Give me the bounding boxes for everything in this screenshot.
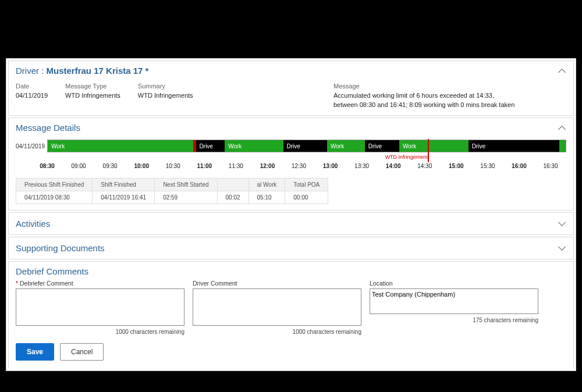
chevron-up-icon[interactable]	[558, 67, 566, 75]
message-line2: between 08:30 and 16:41; 8:09 working wi…	[333, 101, 555, 108]
driver-summary-row: Date 04/11/2019 Message Type WTD Infring…	[9, 80, 573, 115]
timeline-row-date: 04/11/2019	[16, 143, 47, 149]
field-summary: Summary WTD Infringements	[138, 83, 193, 108]
timeline-bar: WorkDriveWorkDriveWorkDriveWorkDriveWTD …	[47, 140, 566, 152]
summary-value: WTD Infringements	[138, 92, 193, 99]
debriefer-comment-label: Debriefer Comment	[16, 280, 184, 287]
time-tick: 14:00	[386, 163, 401, 169]
cancel-button[interactable]: Cancel	[60, 343, 104, 361]
location-remaining: 175 characters remaining	[370, 317, 538, 323]
th-shift-finished: Shift Finished	[93, 179, 155, 191]
location-input[interactable]	[370, 288, 538, 314]
debrief-comments-title: Debrief Comments	[16, 266, 88, 276]
time-tick: 10:30	[166, 163, 180, 169]
timeline-segment-end	[559, 140, 566, 152]
shift-table-header-row: Previous Shift Finished Shift Finished N…	[16, 179, 328, 191]
field-date: Date 04/11/2019	[16, 83, 48, 108]
timeline-segment-drive: Drive	[283, 140, 328, 152]
time-tick: 09:00	[72, 163, 86, 169]
debriefer-comment-input[interactable]	[16, 288, 184, 326]
message-type-label: Message Type	[65, 83, 120, 90]
timeline-segment-drive: Drive	[196, 140, 225, 152]
time-tick: 12:30	[292, 163, 306, 169]
supporting-documents-title: Supporting Documents	[16, 243, 105, 253]
timeline-segment-drive: Drive	[365, 140, 399, 152]
time-tick: 16:30	[543, 163, 558, 169]
time-tick: 08:30	[40, 163, 55, 169]
th-col-a	[217, 179, 249, 191]
chevron-down-icon[interactable]	[558, 220, 566, 228]
time-tick: 15:30	[480, 163, 495, 169]
time-axis: 08:3009:0009:3010:0010:3011:0011:3012:00…	[47, 163, 566, 171]
activities-panel: Activities	[8, 212, 574, 235]
td-al-work: 05:10	[249, 191, 285, 204]
shift-table-row: 04/11/2019 08:30 04/11/2019 16:41 02:59 …	[16, 191, 328, 204]
save-button[interactable]: Save	[16, 343, 54, 361]
timeline-segment-work: Work	[48, 140, 193, 152]
location-col: Location 175 characters remaining	[370, 280, 538, 335]
th-total-poa: Total POA	[285, 179, 328, 191]
driver-label: Driver :	[16, 66, 44, 76]
activities-title: Activities	[16, 219, 50, 229]
message-line1: Accumulated working limit of 6 hours exc…	[333, 92, 555, 99]
message-details-title: Message Details	[16, 123, 80, 133]
supporting-documents-header[interactable]: Supporting Documents	[9, 237, 573, 259]
time-tick: 13:30	[354, 163, 369, 169]
td-shift-finished: 04/11/2019 16:41	[93, 191, 155, 204]
td-prev-shift: 04/11/2019 08:30	[16, 191, 93, 204]
driver-panel-header[interactable]: Driver : Musterfrau 17 Krista 17 *	[9, 61, 573, 80]
location-label: Location	[370, 280, 538, 287]
activities-header[interactable]: Activities	[9, 213, 573, 234]
timeline-segment-work: Work	[225, 140, 283, 152]
field-message: Message Accumulated working limit of 6 h…	[333, 83, 555, 108]
message-details-header[interactable]: Message Details	[9, 118, 573, 137]
time-tick: 14:30	[417, 163, 432, 169]
time-tick: 12:00	[260, 163, 275, 169]
td-total-poa: 00:00	[285, 191, 328, 204]
th-next-shift: Next Shift Started	[155, 179, 217, 191]
driver-comment-input[interactable]	[193, 288, 361, 326]
timeline-segment-work: Work	[399, 140, 469, 152]
time-tick: 11:00	[197, 163, 212, 169]
driver-title: Driver : Musterfrau 17 Krista 17 *	[16, 66, 148, 76]
driver-name: Musterfrau 17 Krista 17 *	[47, 66, 149, 76]
driver-comment-col: Driver Comment 1000 characters remaining	[193, 280, 361, 335]
driver-comment-label: Driver Comment	[193, 280, 361, 287]
timeline-segment-work: Work	[327, 140, 365, 152]
timeline-segment-drive: Drive	[469, 140, 559, 152]
infringement-label: WTD Infringement	[385, 154, 428, 160]
message-type-value: WTD Infringements	[65, 92, 120, 99]
shift-table: Previous Shift Finished Shift Finished N…	[16, 178, 328, 204]
td-next-shift: 02:59	[155, 191, 217, 204]
field-message-type: Message Type WTD Infringements	[65, 83, 120, 108]
date-value: 04/11/2019	[16, 92, 48, 99]
timeline: 04/11/2019 WorkDriveWorkDriveWorkDriveWo…	[9, 137, 573, 173]
message-label: Message	[333, 83, 555, 90]
message-details-panel: Message Details 04/11/2019 WorkDriveWork…	[8, 117, 574, 211]
time-tick: 13:00	[323, 163, 338, 169]
chevron-up-icon[interactable]	[558, 124, 566, 132]
comments-body: Debriefer Comment 1000 characters remain…	[9, 277, 573, 343]
supporting-documents-panel: Supporting Documents	[8, 237, 574, 259]
chevron-down-icon[interactable]	[558, 244, 566, 252]
time-tick: 11:30	[229, 163, 243, 169]
th-al-work: al Work	[249, 179, 285, 191]
time-tick: 16:00	[512, 163, 527, 169]
driver-panel: Driver : Musterfrau 17 Krista 17 * Date …	[8, 60, 574, 116]
button-row: Save Cancel	[9, 343, 573, 369]
debriefer-comment-col: Debriefer Comment 1000 characters remain…	[16, 280, 184, 335]
time-tick: 15:00	[449, 163, 464, 169]
debrief-comments-header: Debrief Comments	[9, 262, 573, 277]
date-label: Date	[16, 83, 48, 90]
time-tick: 10:00	[134, 163, 149, 169]
time-tick: 09:30	[103, 163, 118, 169]
summary-label: Summary	[138, 83, 193, 90]
th-prev-shift: Previous Shift Finished	[16, 179, 93, 191]
infringement-marker	[428, 139, 429, 162]
debriefer-remaining: 1000 characters remaining	[16, 329, 184, 335]
debrief-comments-panel: Debrief Comments Debriefer Comment 1000 …	[8, 261, 574, 369]
td-col-a: 00:02	[217, 191, 249, 204]
driver-remaining: 1000 characters remaining	[193, 329, 361, 335]
